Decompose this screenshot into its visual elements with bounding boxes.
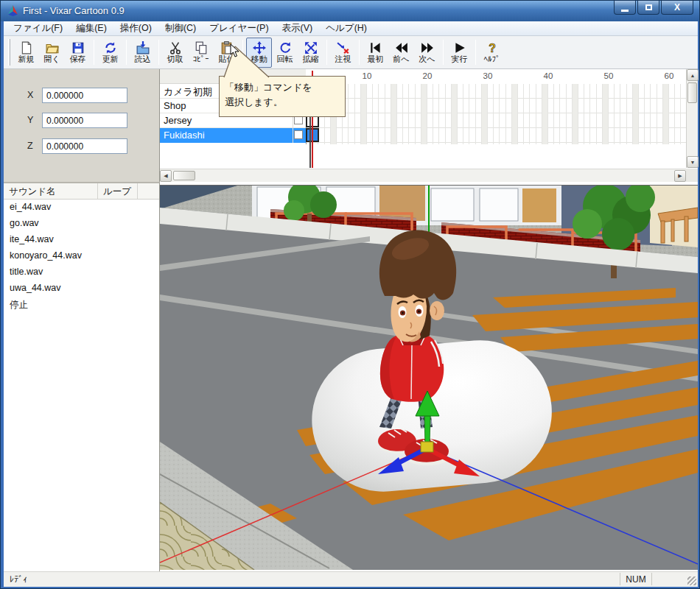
- refresh-icon: [103, 41, 118, 54]
- run-button[interactable]: 実行: [447, 38, 472, 68]
- menu-file[interactable]: ファイル(F): [7, 21, 69, 36]
- sound-item[interactable]: ei_44.wav: [4, 200, 159, 216]
- timeline-horizontal-scrollbar[interactable]: ◀ ▶: [160, 169, 686, 182]
- scroll-left-icon[interactable]: ◀: [160, 170, 172, 182]
- toolbar-grip[interactable]: [8, 39, 10, 66]
- menu-edit[interactable]: 編集(E): [69, 21, 113, 36]
- move-command-tooltip: 「移動」コマンドを 選択します。: [219, 76, 346, 117]
- first-frame-button[interactable]: 最初: [363, 38, 388, 68]
- toolbar-separator: [443, 40, 444, 65]
- scroll-down-icon[interactable]: ▼: [687, 156, 699, 168]
- menu-player[interactable]: プレイヤー(P): [203, 21, 275, 36]
- copy-button[interactable]: ｺﾋﾟｰ: [188, 38, 214, 68]
- cut-icon: [168, 41, 183, 54]
- rotate-button[interactable]: 回転: [272, 38, 298, 68]
- menu-view[interactable]: 表示(V): [276, 21, 320, 36]
- x-label: X: [27, 90, 33, 100]
- help-button[interactable]: ? ﾍﾙﾌﾟ: [479, 38, 505, 68]
- left-panel: X Y Z サウンド名 ループ ei_44.wav go.wav ite_44.…: [4, 69, 160, 571]
- sound-item[interactable]: ite_44.wav: [4, 232, 159, 248]
- gizmo-origin-handle[interactable]: [421, 442, 433, 452]
- refresh-button[interactable]: 更新: [97, 38, 123, 68]
- save-icon: [71, 41, 85, 54]
- toolbar-separator: [475, 40, 476, 65]
- sound-item[interactable]: go.wav: [4, 216, 159, 232]
- maximize-button[interactable]: [637, 1, 659, 15]
- look-at-icon: [336, 41, 351, 54]
- status-bar: ﾚﾃﾞｨ NUM: [4, 571, 698, 587]
- door: [522, 188, 556, 222]
- toolbar: 新規 開く 保存 更新 読込 切取 ｺﾋﾟｰ: [4, 36, 698, 69]
- scroll-right-icon[interactable]: ▶: [674, 170, 686, 182]
- x-field[interactable]: [42, 88, 127, 103]
- toolbar-separator: [326, 40, 327, 65]
- vscroll-thumb[interactable]: [687, 82, 697, 103]
- maximize-icon: [645, 4, 652, 10]
- hscroll-thumb[interactable]: [173, 171, 195, 180]
- svg-text:?: ?: [489, 42, 496, 54]
- sound-name-column-header[interactable]: サウンド名: [4, 183, 98, 199]
- load-icon: [136, 41, 150, 54]
- next-frame-button[interactable]: 次へ: [414, 38, 440, 68]
- rotate-icon: [278, 41, 293, 54]
- help-icon: ?: [485, 41, 500, 54]
- scale-icon: [304, 41, 318, 54]
- toolbar-separator: [126, 40, 127, 65]
- prev-frame-icon: [394, 41, 409, 54]
- scroll-up-icon[interactable]: ▲: [687, 69, 699, 81]
- timeline-ruler[interactable]: 10 20 30 40 50 60: [306, 69, 686, 84]
- menu-help[interactable]: ヘルプ(H): [319, 21, 374, 36]
- look-at-button[interactable]: 注視: [330, 38, 356, 68]
- ruler-tick: 60: [661, 71, 677, 80]
- tooltip-text-line1: 「移動」コマンドを: [225, 80, 340, 95]
- sound-item[interactable]: 停止: [4, 297, 159, 313]
- viewport-3d[interactable]: [160, 185, 698, 569]
- first-frame-icon: [368, 41, 383, 54]
- open-folder-icon: [45, 41, 60, 54]
- layer-row-fukidashi[interactable]: Fukidashi: [160, 128, 306, 143]
- z-label: Z: [27, 141, 33, 151]
- title-bar: First - Vixar Cartoon 0.9 X: [1, 1, 700, 21]
- status-message: ﾚﾃﾞｨ: [10, 574, 27, 585]
- next-frame-icon: [420, 41, 435, 54]
- new-button[interactable]: 新規: [13, 38, 39, 68]
- scrollbar-corner: [686, 169, 698, 182]
- menu-control[interactable]: 制御(C): [158, 21, 203, 36]
- copy-icon: [194, 41, 209, 54]
- menu-operation[interactable]: 操作(O): [113, 21, 158, 36]
- sound-item[interactable]: konoyaro_44.wav: [4, 248, 159, 264]
- ruler-tick: 50: [601, 71, 617, 80]
- app-window: First - Vixar Cartoon 0.9 X ファイル(F) 編集(E…: [0, 0, 700, 589]
- close-button[interactable]: X: [661, 1, 693, 15]
- transform-panel: X Y Z: [4, 69, 160, 182]
- sound-list-header: サウンド名 ループ: [4, 183, 159, 200]
- z-field[interactable]: [42, 138, 127, 154]
- save-button[interactable]: 保存: [65, 38, 91, 68]
- toolbar-separator: [94, 40, 94, 65]
- loop-column-header[interactable]: ループ: [98, 183, 138, 199]
- scale-button[interactable]: 拡縮: [298, 38, 323, 68]
- open-button[interactable]: 開く: [39, 38, 65, 68]
- timeline-grid[interactable]: [306, 84, 686, 144]
- toolbar-separator: [359, 40, 360, 65]
- window-title: First - Vixar Cartoon 0.9: [23, 5, 125, 16]
- y-field[interactable]: [42, 113, 127, 128]
- prev-frame-button[interactable]: 前へ: [388, 38, 414, 68]
- ruler-tick: 20: [419, 71, 435, 80]
- sound-item[interactable]: title.wav: [4, 264, 159, 281]
- ruler-tick: 10: [359, 71, 375, 80]
- fukidashi-checkbox[interactable]: [294, 130, 303, 139]
- load-button[interactable]: 読込: [130, 38, 155, 68]
- new-file-icon: [19, 41, 34, 54]
- sound-panel: サウンド名 ループ ei_44.wav go.wav ite_44.wav ko…: [4, 182, 160, 571]
- timeline-vertical-scrollbar[interactable]: ▲ ▼: [686, 69, 698, 168]
- cut-button[interactable]: 切取: [162, 38, 188, 68]
- menu-bar: ファイル(F) 編集(E) 操作(O) 制御(C) プレイヤー(P) 表示(V)…: [4, 21, 698, 36]
- sound-item[interactable]: uwa_44.wav: [4, 281, 159, 297]
- run-icon: [452, 41, 467, 54]
- app-icon: [7, 4, 19, 17]
- toolbar-separator: [158, 40, 159, 65]
- minimize-button[interactable]: [614, 1, 636, 15]
- resize-grip-icon[interactable]: [687, 576, 696, 585]
- door: [379, 186, 425, 221]
